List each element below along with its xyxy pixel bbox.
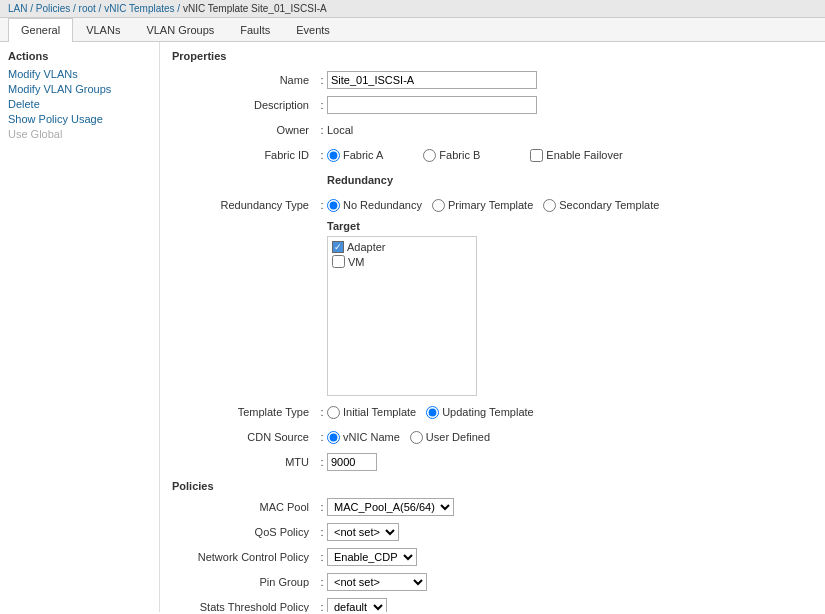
tab-events[interactable]: Events (283, 18, 343, 41)
stats-threshold-row: Stats Threshold Policy : default (172, 597, 813, 612)
template-type-label: Template Type (172, 406, 317, 418)
fabric-b-radio[interactable] (423, 149, 436, 162)
owner-row: Owner : Local (172, 120, 813, 140)
owner-value: Local (327, 124, 353, 136)
updating-template-label: Updating Template (442, 406, 534, 418)
vnic-name-option[interactable]: vNIC Name (327, 431, 400, 444)
vnic-name-label: vNIC Name (343, 431, 400, 443)
updating-template-option[interactable]: Updating Template (426, 406, 534, 419)
target-box: Adapter VM (327, 236, 477, 396)
primary-template-label: Primary Template (448, 199, 533, 211)
tab-general[interactable]: General (8, 18, 73, 42)
vm-option[interactable]: VM (332, 255, 472, 268)
breadcrumb-lan[interactable]: LAN (8, 3, 27, 14)
properties-title: Properties (172, 50, 813, 62)
action-modify-vlan-groups[interactable]: Modify VLAN Groups (8, 83, 151, 95)
adapter-label: Adapter (347, 241, 386, 253)
no-redundancy-option[interactable]: No Redundancy (327, 199, 422, 212)
network-control-row: Network Control Policy : Enable_CDP (172, 547, 813, 567)
fabric-b-label: Fabric B (439, 149, 480, 161)
fabric-a-option[interactable]: Fabric A (327, 149, 383, 162)
initial-template-option[interactable]: Initial Template (327, 406, 416, 419)
redundancy-header-row: Redundancy (172, 170, 813, 190)
fabric-a-label: Fabric A (343, 149, 383, 161)
mac-pool-row: MAC Pool : MAC_Pool_A(56/64) (172, 497, 813, 517)
template-type-row: Template Type : Initial Template Updatin… (172, 402, 813, 422)
fabric-id-label: Fabric ID (172, 149, 317, 161)
cdn-source-row: CDN Source : vNIC Name User Defined (172, 427, 813, 447)
no-redundancy-radio[interactable] (327, 199, 340, 212)
redundancy-type-label: Redundancy Type (172, 199, 317, 211)
actions-title: Actions (8, 50, 151, 62)
enable-failover-checkbox[interactable] (530, 149, 543, 162)
user-defined-label: User Defined (426, 431, 490, 443)
initial-template-label: Initial Template (343, 406, 416, 418)
no-redundancy-label: No Redundancy (343, 199, 422, 211)
policies-title: Policies (172, 480, 813, 492)
vnic-name-radio[interactable] (327, 431, 340, 444)
action-show-policy-usage[interactable]: Show Policy Usage (8, 113, 151, 125)
updating-template-radio[interactable] (426, 406, 439, 419)
fabric-id-row: Fabric ID : Fabric A Fabric B Enable Fai… (172, 145, 813, 165)
pin-group-row: Pin Group : <not set> (172, 572, 813, 592)
initial-template-radio[interactable] (327, 406, 340, 419)
vm-checkbox[interactable] (332, 255, 345, 268)
cdn-source-label: CDN Source (172, 431, 317, 443)
mac-pool-label: MAC Pool (172, 501, 317, 513)
description-label: Description (172, 99, 317, 111)
sidebar: Actions Modify VLANs Modify VLAN Groups … (0, 42, 160, 612)
name-row: Name : (172, 70, 813, 90)
breadcrumb-policies[interactable]: Policies (36, 3, 70, 14)
stats-threshold-label: Stats Threshold Policy (172, 601, 317, 612)
fabric-b-option[interactable]: Fabric B (423, 149, 480, 162)
user-defined-option[interactable]: User Defined (410, 431, 490, 444)
redundancy-title: Redundancy (327, 174, 393, 186)
action-delete[interactable]: Delete (8, 98, 151, 110)
mac-pool-select[interactable]: MAC_Pool_A(56/64) (327, 498, 454, 516)
stats-threshold-select[interactable]: default (327, 598, 387, 612)
target-row: Target Adapter VM (172, 220, 813, 396)
secondary-template-option[interactable]: Secondary Template (543, 199, 659, 212)
breadcrumb-root[interactable]: root (79, 3, 96, 14)
primary-template-option[interactable]: Primary Template (432, 199, 533, 212)
fabric-a-radio[interactable] (327, 149, 340, 162)
qos-policy-select[interactable]: <not set> (327, 523, 399, 541)
name-input[interactable] (327, 71, 537, 89)
secondary-template-label: Secondary Template (559, 199, 659, 211)
description-input[interactable] (327, 96, 537, 114)
enable-failover-option[interactable]: Enable Failover (530, 149, 622, 162)
adapter-checked-icon (332, 241, 344, 253)
action-use-global: Use Global (8, 128, 151, 140)
qos-policy-label: QoS Policy (172, 526, 317, 538)
name-label: Name (172, 74, 317, 86)
content-area: Properties Name : Description : Owner : … (160, 42, 825, 612)
vm-label: VM (348, 256, 365, 268)
secondary-template-radio[interactable] (543, 199, 556, 212)
tab-faults[interactable]: Faults (227, 18, 283, 41)
user-defined-radio[interactable] (410, 431, 423, 444)
primary-template-radio[interactable] (432, 199, 445, 212)
target-title: Target (327, 220, 813, 232)
description-row: Description : (172, 95, 813, 115)
breadcrumb: LAN / Policies / root / vNIC Templates /… (0, 0, 825, 18)
redundancy-type-row: Redundancy Type : No Redundancy Primary … (172, 195, 813, 215)
pin-group-select[interactable]: <not set> (327, 573, 427, 591)
main-layout: Actions Modify VLANs Modify VLAN Groups … (0, 42, 825, 612)
owner-label: Owner (172, 124, 317, 136)
breadcrumb-vnic-templates[interactable]: vNIC Templates (104, 3, 174, 14)
tab-vlans[interactable]: VLANs (73, 18, 133, 41)
breadcrumb-current: vNIC Template Site_01_ISCSI-A (183, 3, 327, 14)
adapter-option[interactable]: Adapter (332, 241, 472, 253)
mtu-label: MTU (172, 456, 317, 468)
pin-group-label: Pin Group (172, 576, 317, 588)
mtu-input[interactable] (327, 453, 377, 471)
tabs-bar: General VLANs VLAN Groups Faults Events (0, 18, 825, 42)
mtu-row: MTU : (172, 452, 813, 472)
network-control-label: Network Control Policy (172, 551, 317, 563)
qos-policy-row: QoS Policy : <not set> (172, 522, 813, 542)
action-modify-vlans[interactable]: Modify VLANs (8, 68, 151, 80)
enable-failover-label: Enable Failover (546, 149, 622, 161)
network-control-select[interactable]: Enable_CDP (327, 548, 417, 566)
tab-vlan-groups[interactable]: VLAN Groups (133, 18, 227, 41)
